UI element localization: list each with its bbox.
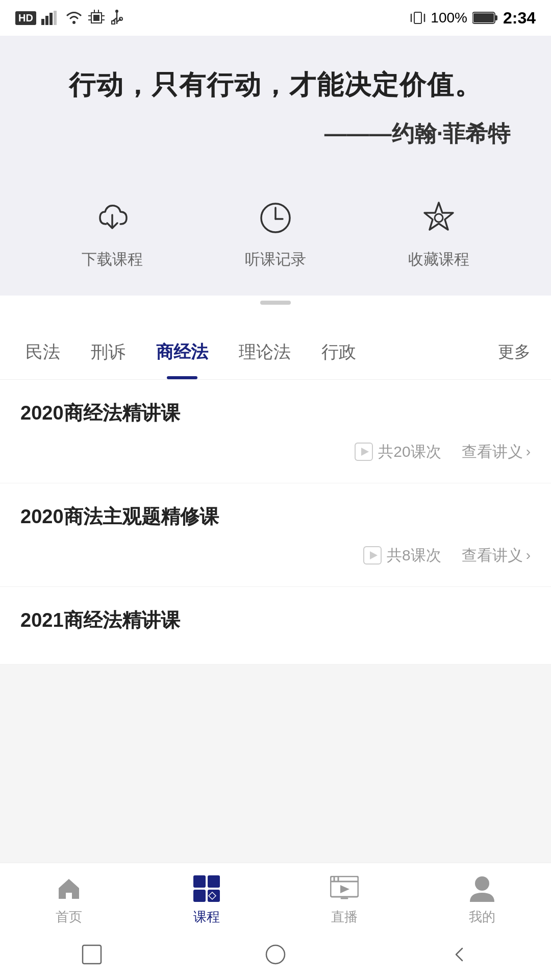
- nav-live-label: 直播: [331, 908, 358, 926]
- course-meta-1: 共20课次 查看讲义 ›: [20, 442, 531, 462]
- status-left: HD: [15, 10, 124, 26]
- course-list: 2020商经法精讲课 共20课次 查看讲义 › 2020商法主观题精修课: [0, 380, 551, 665]
- nav-home[interactable]: 首页: [54, 873, 84, 926]
- status-bar: HD: [0, 0, 551, 36]
- star-icon: [416, 195, 462, 241]
- svg-rect-1: [45, 16, 48, 25]
- svg-rect-24: [495, 15, 497, 20]
- nav-items: 首页 课程: [0, 863, 551, 931]
- tab-minfa[interactable]: 民法: [10, 325, 76, 379]
- tab-bar: 民法 刑诉 商经法 理论法 行政 更多: [0, 325, 551, 380]
- usb-icon: [110, 10, 124, 26]
- svg-rect-0: [41, 19, 44, 25]
- status-right: 100% 2:34: [410, 9, 536, 28]
- nav-live[interactable]: 直播: [329, 873, 360, 926]
- count-text-1: 共20课次: [378, 442, 441, 462]
- tab-more[interactable]: 更多: [488, 326, 541, 379]
- history-label: 听课记录: [245, 249, 306, 270]
- course-link-2[interactable]: 查看讲义 ›: [462, 545, 531, 566]
- action-download[interactable]: 下载课程: [82, 195, 143, 270]
- chevron-icon-2: ›: [526, 547, 531, 564]
- hd-badge: HD: [15, 11, 36, 25]
- svg-marker-33: [370, 551, 378, 559]
- vibrate-icon: [410, 10, 425, 26]
- live-icon: [329, 873, 360, 904]
- quote-author: ———约翰·菲希特: [31, 119, 520, 149]
- course-title-3: 2021商经法精讲课: [20, 607, 531, 633]
- course-item-1: 2020商经法精讲课 共20课次 查看讲义 ›: [0, 380, 551, 483]
- battery-icon: [472, 11, 498, 24]
- quick-actions: 下载课程 听课记录 收藏课程: [0, 175, 551, 296]
- svg-rect-35: [208, 875, 220, 888]
- course-count-1: 共20课次: [355, 442, 441, 462]
- wifi-icon: [65, 11, 83, 25]
- bottom-nav: 首页 课程: [0, 863, 551, 980]
- svg-rect-19: [414, 12, 421, 23]
- tab-shangjingfa[interactable]: 商经法: [141, 325, 223, 379]
- svg-rect-34: [193, 875, 206, 888]
- android-square-btn[interactable]: [77, 939, 107, 970]
- scroll-dot: [260, 301, 291, 305]
- course-icon: [191, 873, 222, 904]
- tab-xingsu[interactable]: 刑诉: [76, 325, 141, 379]
- svg-rect-36: [193, 890, 206, 902]
- svg-point-29: [435, 214, 443, 222]
- course-title-1: 2020商经法精讲课: [20, 400, 531, 426]
- scroll-indicator: [0, 296, 551, 310]
- course-count-2: 共8课次: [363, 545, 441, 566]
- nav-course-label: 课程: [193, 908, 220, 926]
- svg-point-18: [115, 10, 118, 13]
- svg-rect-6: [93, 15, 99, 21]
- android-nav: [0, 931, 551, 980]
- chevron-icon-1: ›: [526, 444, 531, 460]
- signal-icon: [41, 11, 60, 25]
- count-text-2: 共8课次: [387, 545, 441, 566]
- download-cloud-icon: [89, 195, 135, 241]
- clock-icon: [253, 195, 298, 241]
- course-meta-2: 共8课次 查看讲义 ›: [20, 545, 531, 566]
- course-item-2: 2020商法主观题精修课 共8课次 查看讲义 ›: [0, 483, 551, 587]
- android-back-btn[interactable]: [444, 939, 474, 970]
- svg-marker-42: [340, 885, 349, 893]
- svg-marker-31: [361, 448, 369, 456]
- header-section: 行动，只有行动，才能决定价值。 ———约翰·菲希特: [0, 36, 551, 175]
- android-circle-btn[interactable]: [260, 939, 291, 970]
- play-icon-2: [363, 546, 382, 565]
- quote-text: 行动，只有行动，才能决定价值。: [31, 66, 520, 104]
- course-title-2: 2020商法主观题精修课: [20, 504, 531, 530]
- course-link-1[interactable]: 查看讲义 ›: [462, 442, 531, 462]
- svg-rect-2: [49, 13, 53, 25]
- user-icon: [467, 873, 497, 904]
- home-icon: [54, 873, 84, 904]
- download-label: 下载课程: [82, 249, 143, 270]
- course-item-3: 2021商经法精讲课: [0, 587, 551, 665]
- svg-point-4: [72, 21, 76, 24]
- nav-mine[interactable]: 我的: [467, 873, 497, 926]
- svg-point-44: [475, 876, 489, 891]
- svg-rect-23: [473, 13, 494, 22]
- nav-mine-label: 我的: [469, 908, 495, 926]
- action-history[interactable]: 听课记录: [245, 195, 306, 270]
- svg-rect-3: [54, 11, 57, 25]
- svg-rect-16: [112, 21, 115, 24]
- play-icon-1: [355, 443, 373, 461]
- chip-icon: [88, 10, 105, 26]
- battery-text: 100%: [431, 10, 467, 26]
- time-text: 2:34: [503, 9, 536, 28]
- favorite-label: 收藏课程: [408, 249, 469, 270]
- svg-point-46: [266, 945, 285, 964]
- nav-course[interactable]: 课程: [191, 873, 222, 926]
- nav-home-label: 首页: [56, 908, 82, 926]
- tab-lilunfa[interactable]: 理论法: [223, 325, 306, 379]
- svg-rect-45: [83, 945, 101, 964]
- action-favorite[interactable]: 收藏课程: [408, 195, 469, 270]
- tab-xingzheng[interactable]: 行政: [306, 325, 371, 379]
